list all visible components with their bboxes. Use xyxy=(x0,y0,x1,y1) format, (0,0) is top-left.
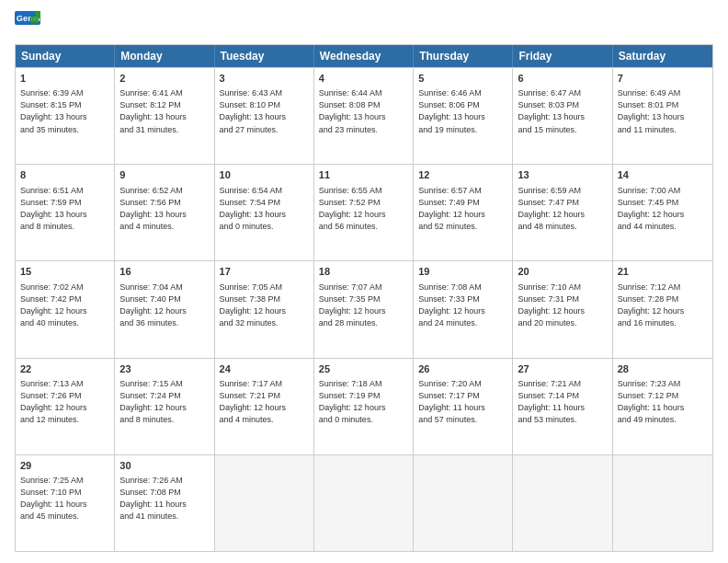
day-info: Sunrise: 6:44 AM Sunset: 8:08 PM Dayligh… xyxy=(319,87,408,135)
day-number: 30 xyxy=(119,459,209,473)
day-info: Sunrise: 7:18 AM Sunset: 7:19 PM Dayligh… xyxy=(319,378,408,426)
calendar-cell: 22Sunrise: 7:13 AM Sunset: 7:26 PM Dayli… xyxy=(16,359,115,454)
day-number: 15 xyxy=(20,265,109,279)
day-info: Sunrise: 7:08 AM Sunset: 7:33 PM Dayligh… xyxy=(418,282,507,329)
calendar-row: 8Sunrise: 6:51 AM Sunset: 7:59 PM Daylig… xyxy=(16,164,712,260)
day-number: 14 xyxy=(618,168,708,182)
day-info: Sunrise: 7:00 AM Sunset: 7:45 PM Dayligh… xyxy=(618,185,708,233)
day-number: 5 xyxy=(418,72,507,86)
day-info: Sunrise: 7:05 AM Sunset: 7:38 PM Dayligh… xyxy=(220,282,309,329)
day-info: Sunrise: 7:17 AM Sunset: 7:21 PM Dayligh… xyxy=(220,378,309,426)
calendar-header: SundayMondayTuesdayWednesdayThursdayFrid… xyxy=(16,45,712,67)
day-info: Sunrise: 6:49 AM Sunset: 8:01 PM Dayligh… xyxy=(618,87,708,135)
day-info: Sunrise: 7:07 AM Sunset: 7:35 PM Dayligh… xyxy=(319,282,408,329)
day-number: 7 xyxy=(618,72,708,86)
header-cell-tuesday: Tuesday xyxy=(215,45,314,67)
day-number: 25 xyxy=(319,362,408,376)
calendar-cell: 1Sunrise: 6:39 AM Sunset: 8:15 PM Daylig… xyxy=(16,68,115,164)
day-number: 11 xyxy=(319,168,408,182)
day-number: 18 xyxy=(319,265,408,279)
header-cell-friday: Friday xyxy=(513,45,612,67)
calendar-row: 22Sunrise: 7:13 AM Sunset: 7:26 PM Dayli… xyxy=(16,358,712,454)
calendar-cell xyxy=(513,455,612,551)
day-number: 4 xyxy=(319,72,408,86)
calendar-body: 1Sunrise: 6:39 AM Sunset: 8:15 PM Daylig… xyxy=(16,67,712,551)
calendar-cell: 2Sunrise: 6:41 AM Sunset: 8:12 PM Daylig… xyxy=(115,68,214,164)
logo-icon: General xyxy=(15,11,40,37)
calendar-cell: 12Sunrise: 6:57 AM Sunset: 7:49 PM Dayli… xyxy=(414,165,513,260)
day-number: 24 xyxy=(220,362,309,376)
header-cell-sunday: Sunday xyxy=(16,45,115,67)
calendar-cell: 16Sunrise: 7:04 AM Sunset: 7:40 PM Dayli… xyxy=(115,261,214,357)
calendar-cell: 9Sunrise: 6:52 AM Sunset: 7:56 PM Daylig… xyxy=(115,165,214,260)
calendar-cell xyxy=(215,455,314,551)
header-cell-wednesday: Wednesday xyxy=(314,45,414,67)
calendar-cell: 17Sunrise: 7:05 AM Sunset: 7:38 PM Dayli… xyxy=(215,261,314,357)
calendar-cell: 6Sunrise: 6:47 AM Sunset: 8:03 PM Daylig… xyxy=(513,68,612,164)
day-info: Sunrise: 7:21 AM Sunset: 7:14 PM Dayligh… xyxy=(518,378,607,426)
day-number: 8 xyxy=(20,168,109,182)
calendar-cell: 7Sunrise: 6:49 AM Sunset: 8:01 PM Daylig… xyxy=(613,68,712,164)
day-info: Sunrise: 7:10 AM Sunset: 7:31 PM Dayligh… xyxy=(518,282,607,329)
calendar-cell: 8Sunrise: 6:51 AM Sunset: 7:59 PM Daylig… xyxy=(16,165,115,260)
calendar: SundayMondayTuesdayWednesdayThursdayFrid… xyxy=(15,44,713,552)
day-info: Sunrise: 6:41 AM Sunset: 8:12 PM Dayligh… xyxy=(119,87,209,135)
day-info: Sunrise: 7:20 AM Sunset: 7:17 PM Dayligh… xyxy=(418,378,507,426)
calendar-cell xyxy=(314,455,414,551)
day-number: 3 xyxy=(220,72,309,86)
day-info: Sunrise: 7:13 AM Sunset: 7:26 PM Dayligh… xyxy=(20,378,109,426)
calendar-cell xyxy=(414,455,513,551)
day-number: 28 xyxy=(618,362,708,376)
day-info: Sunrise: 6:52 AM Sunset: 7:56 PM Dayligh… xyxy=(119,185,209,233)
calendar-cell: 13Sunrise: 6:59 AM Sunset: 7:47 PM Dayli… xyxy=(513,165,612,260)
calendar-cell: 11Sunrise: 6:55 AM Sunset: 7:52 PM Dayli… xyxy=(314,165,414,260)
day-number: 2 xyxy=(119,72,209,86)
day-info: Sunrise: 7:25 AM Sunset: 7:10 PM Dayligh… xyxy=(20,475,109,523)
page-header: General xyxy=(15,11,713,37)
day-info: Sunrise: 6:39 AM Sunset: 8:15 PM Dayligh… xyxy=(20,87,109,135)
header-cell-thursday: Thursday xyxy=(414,45,513,67)
calendar-cell: 15Sunrise: 7:02 AM Sunset: 7:42 PM Dayli… xyxy=(16,261,115,357)
header-cell-saturday: Saturday xyxy=(613,45,712,67)
day-number: 19 xyxy=(418,265,507,279)
day-number: 26 xyxy=(418,362,507,376)
header-cell-monday: Monday xyxy=(115,45,214,67)
day-number: 20 xyxy=(518,265,607,279)
calendar-row: 1Sunrise: 6:39 AM Sunset: 8:15 PM Daylig… xyxy=(16,67,712,164)
calendar-cell: 4Sunrise: 6:44 AM Sunset: 8:08 PM Daylig… xyxy=(314,68,414,164)
calendar-cell: 24Sunrise: 7:17 AM Sunset: 7:21 PM Dayli… xyxy=(215,359,314,454)
day-info: Sunrise: 6:51 AM Sunset: 7:59 PM Dayligh… xyxy=(20,185,109,233)
calendar-row: 15Sunrise: 7:02 AM Sunset: 7:42 PM Dayli… xyxy=(16,260,712,357)
calendar-cell: 21Sunrise: 7:12 AM Sunset: 7:28 PM Dayli… xyxy=(613,261,712,357)
day-number: 10 xyxy=(220,168,309,182)
day-info: Sunrise: 6:54 AM Sunset: 7:54 PM Dayligh… xyxy=(220,185,309,233)
calendar-cell: 30Sunrise: 7:26 AM Sunset: 7:08 PM Dayli… xyxy=(115,455,214,551)
day-number: 9 xyxy=(119,168,209,182)
day-number: 23 xyxy=(119,362,209,376)
calendar-cell: 28Sunrise: 7:23 AM Sunset: 7:12 PM Dayli… xyxy=(613,359,712,454)
day-info: Sunrise: 6:59 AM Sunset: 7:47 PM Dayligh… xyxy=(518,185,607,233)
calendar-cell: 20Sunrise: 7:10 AM Sunset: 7:31 PM Dayli… xyxy=(513,261,612,357)
day-info: Sunrise: 6:47 AM Sunset: 8:03 PM Dayligh… xyxy=(518,87,607,135)
day-info: Sunrise: 6:43 AM Sunset: 8:10 PM Dayligh… xyxy=(220,87,309,135)
calendar-cell: 23Sunrise: 7:15 AM Sunset: 7:24 PM Dayli… xyxy=(115,359,214,454)
day-number: 12 xyxy=(418,168,507,182)
calendar-cell: 19Sunrise: 7:08 AM Sunset: 7:33 PM Dayli… xyxy=(414,261,513,357)
day-number: 6 xyxy=(518,72,607,86)
day-info: Sunrise: 6:55 AM Sunset: 7:52 PM Dayligh… xyxy=(319,185,408,233)
calendar-cell: 25Sunrise: 7:18 AM Sunset: 7:19 PM Dayli… xyxy=(314,359,414,454)
svg-marker-2 xyxy=(30,17,39,23)
calendar-row: 29Sunrise: 7:25 AM Sunset: 7:10 PM Dayli… xyxy=(16,454,712,551)
calendar-cell: 10Sunrise: 6:54 AM Sunset: 7:54 PM Dayli… xyxy=(215,165,314,260)
calendar-cell: 14Sunrise: 7:00 AM Sunset: 7:45 PM Dayli… xyxy=(613,165,712,260)
day-info: Sunrise: 6:57 AM Sunset: 7:49 PM Dayligh… xyxy=(418,185,507,233)
calendar-cell: 26Sunrise: 7:20 AM Sunset: 7:17 PM Dayli… xyxy=(414,359,513,454)
day-info: Sunrise: 7:04 AM Sunset: 7:40 PM Dayligh… xyxy=(119,282,209,329)
calendar-cell: 3Sunrise: 6:43 AM Sunset: 8:10 PM Daylig… xyxy=(215,68,314,164)
calendar-cell: 27Sunrise: 7:21 AM Sunset: 7:14 PM Dayli… xyxy=(513,359,612,454)
day-number: 13 xyxy=(518,168,607,182)
day-number: 27 xyxy=(518,362,607,376)
calendar-cell: 5Sunrise: 6:46 AM Sunset: 8:06 PM Daylig… xyxy=(414,68,513,164)
day-number: 29 xyxy=(20,459,109,473)
day-number: 1 xyxy=(20,72,109,86)
